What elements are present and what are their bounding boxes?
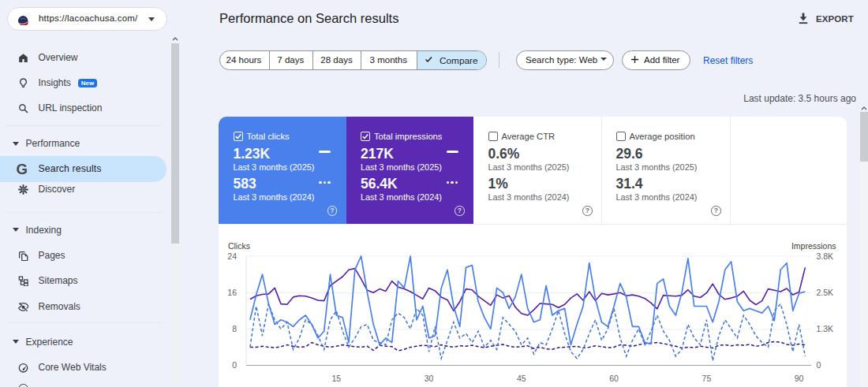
svg-text:8: 8 — [232, 324, 237, 333]
svg-text:3.8K: 3.8K — [817, 251, 834, 260]
svg-text:24: 24 — [227, 251, 237, 260]
svg-text:15: 15 — [331, 374, 341, 383]
svg-text:60: 60 — [609, 374, 619, 383]
svg-text:2.5K: 2.5K — [817, 288, 834, 297]
svg-text:0: 0 — [817, 360, 821, 370]
svg-text:Impressions: Impressions — [791, 240, 836, 250]
svg-text:75: 75 — [702, 374, 712, 383]
svg-text:Clicks: Clicks — [228, 240, 250, 250]
svg-text:45: 45 — [517, 374, 526, 383]
svg-text:16: 16 — [227, 288, 237, 297]
svg-text:0: 0 — [232, 360, 237, 370]
svg-text:90: 90 — [795, 374, 804, 383]
svg-text:1.3K: 1.3K — [817, 324, 834, 333]
svg-text:30: 30 — [425, 374, 434, 383]
